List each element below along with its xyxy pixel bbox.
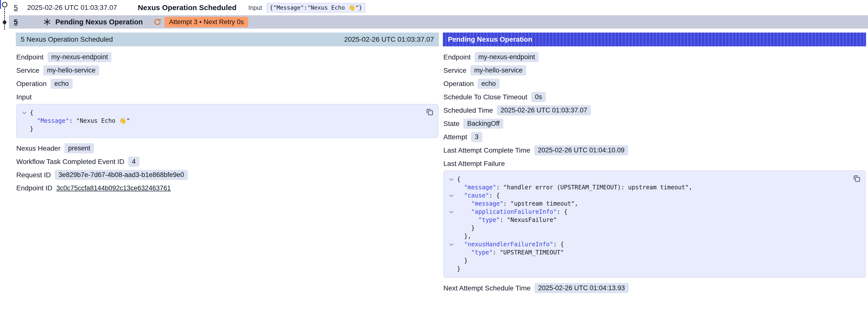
field-workflow-task-completed-event-id: Workflow Task Completed Event ID4 [16, 157, 438, 167]
input-section-label: Input [16, 93, 438, 101]
code-gutter-spacer [445, 184, 457, 192]
code-text: } [457, 257, 468, 265]
copy-icon[interactable] [425, 108, 434, 116]
collapse-chevron-icon[interactable] [445, 192, 457, 200]
collapse-chevron-icon[interactable] [445, 175, 457, 184]
field-label: Operation [16, 80, 46, 88]
field-label: State [443, 120, 459, 128]
field-state: StateBackingOff [443, 119, 866, 129]
collapse-chevron-icon[interactable] [19, 109, 30, 117]
code-line: "message": "handler error (UPSTREAM_TIME… [445, 184, 845, 192]
pending-operation-row[interactable]: 5 Pending Nexus Operation Attempt 3 • Ne… [9, 15, 868, 29]
code-line: }, [445, 232, 845, 240]
field-label: Attempt [443, 133, 467, 141]
code-text: "message": "handler error (UPSTREAM_TIME… [457, 184, 692, 192]
field-value-badge: present [64, 143, 94, 153]
scheduled-panel-title: 5 Nexus Operation Scheduled [21, 35, 113, 43]
field-label: Next Attempt Schedule Time [443, 284, 530, 292]
code-gutter-spacer [445, 224, 457, 232]
field-endpoint: Endpointmy-nexus-endpoint [16, 52, 438, 62]
code-line: } [19, 125, 418, 133]
field-attempt: Attempt3 [443, 132, 866, 142]
event-summary-row[interactable]: 5 2025-02-26 UTC 01:03:37.07 Nexus Opera… [0, 0, 868, 15]
field-schedule-to-close-timeout: Schedule To Close Timeout0s [443, 92, 866, 102]
retry-icon [154, 18, 161, 26]
pending-panel-body: Endpointmy-nexus-endpointServicemy-hello… [443, 46, 866, 299]
code-text: "applicationFailureInfo": { [457, 208, 567, 216]
timeline-accent-bar [0, 0, 1, 9]
code-gutter-spacer [19, 117, 30, 125]
field-label: Endpoint [443, 53, 471, 61]
code-line: "Message": "Nexus Echo 👋" [19, 117, 418, 125]
code-line: "nexusHandlerFailureInfo": { [445, 240, 845, 249]
field-service: Servicemy-hello-service [443, 65, 866, 75]
collapse-chevron-icon[interactable] [445, 240, 457, 249]
code-line: "type": "UPSTREAM_TIMEOUT" [445, 249, 845, 257]
pending-fields-top: Endpointmy-nexus-endpointServicemy-hello… [443, 52, 866, 155]
scheduled-event-panel: 5 Nexus Operation Scheduled 2025-02-26 U… [16, 33, 439, 199]
input-label: Input [248, 4, 262, 11]
field-nexus-header: Nexus Headerpresent [16, 143, 438, 153]
timeline-connector-line [4, 8, 5, 30]
scheduled-panel-header[interactable]: 5 Nexus Operation Scheduled 2025-02-26 U… [16, 33, 439, 46]
code-text: "type": "UPSTREAM_TIMEOUT" [457, 249, 564, 257]
code-line: "applicationFailureInfo": { [445, 208, 845, 216]
field-operation: Operationecho [443, 79, 866, 89]
code-line: "cause": { [445, 192, 845, 200]
field-label: Service [443, 67, 466, 74]
field-value-badge: 3e829b7e-7d67-4b08-aad3-b1e868bfe9e0 [55, 170, 188, 180]
code-line: } [445, 257, 845, 265]
retry-attempt-badge: Attempt 3 • Next Retry 0s [164, 17, 248, 27]
field-label: Request ID [16, 171, 51, 179]
field-value-badge: my-hello-service [43, 65, 99, 75]
scheduled-fields-bottom: Nexus HeaderpresentWorkflow Task Complet… [16, 143, 438, 193]
code-gutter-spacer [445, 216, 457, 224]
code-text: } [30, 125, 33, 133]
field-value-badge: my-nexus-endpoint [475, 52, 539, 62]
scheduled-panel-body: Endpointmy-nexus-endpointServicemy-hello… [16, 46, 439, 199]
code-line: } [445, 265, 845, 273]
code-line: "type": "NexusFailure" [445, 216, 845, 224]
code-text: "Message": "Nexus Echo 👋" [30, 117, 130, 125]
collapse-chevron-icon[interactable] [445, 208, 457, 216]
field-value-badge: my-hello-service [470, 65, 526, 75]
code-line: "message": "upstream timeout", [445, 200, 845, 208]
code-text: "nexusHandlerFailureInfo": { [457, 240, 564, 249]
field-label: Workflow Task Completed Event ID [16, 158, 124, 166]
pending-panel-title: Pending Nexus Operation [448, 35, 532, 43]
field-value-badge: 2025-02-26 UTC 01:04:10.09 [534, 145, 628, 155]
input-preview-chip[interactable]: {"Message":"Nexus Echo 👋"} [267, 3, 365, 12]
code-gutter-spacer [19, 125, 30, 133]
code-gutter-spacer [445, 257, 457, 265]
field-operation: Operationecho [16, 79, 438, 89]
field-next-attempt-schedule-time: Next Attempt Schedule Time2025-02-26 UTC… [443, 283, 866, 293]
field-label: Scheduled Time [443, 106, 493, 115]
failure-code-block: { "message": "handler error (UPSTREAM_TI… [443, 171, 866, 278]
copy-icon[interactable] [852, 174, 861, 183]
scheduled-panel-timestamp: 2025-02-26 UTC 01:03:37.07 [344, 35, 434, 43]
code-text: } [457, 224, 475, 232]
field-value-link[interactable]: 3c0c75ccfa8144b092c13ce632463761 [56, 185, 171, 192]
field-label: Service [16, 67, 39, 74]
pending-operation-panel: Pending Nexus Operation Endpointmy-nexus… [443, 33, 866, 299]
pending-title: Pending Nexus Operation [55, 18, 143, 26]
code-text: { [30, 109, 33, 117]
failure-json-viewer: { "message": "handler error (UPSTREAM_TI… [445, 175, 845, 273]
pending-event-id-link[interactable]: 5 [14, 18, 18, 26]
field-value-badge: 2025-02-26 UTC 01:03:37.07 [497, 105, 591, 116]
field-value-badge: my-nexus-endpoint [48, 52, 112, 62]
field-endpoint: Endpointmy-nexus-endpoint [443, 52, 866, 62]
timeline-node-circle-icon [2, 2, 7, 7]
code-text: }, [457, 232, 471, 240]
field-value-badge: 2025-02-26 UTC 01:04:13.93 [534, 283, 628, 293]
pending-fields-bottom: Next Attempt Schedule Time2025-02-26 UTC… [443, 283, 866, 293]
field-scheduled-time: Scheduled Time2025-02-26 UTC 01:03:37.07 [443, 105, 866, 116]
field-label: Nexus Header [16, 144, 60, 152]
event-title: Nexus Operation Scheduled [138, 3, 236, 12]
field-endpoint-id: Endpoint ID3c0c75ccfa8144b092c13ce632463… [16, 183, 438, 193]
event-id-link[interactable]: 5 [14, 4, 18, 12]
field-last-attempt-complete-time: Last Attempt Complete Time2025-02-26 UTC… [443, 145, 866, 155]
code-line: { [445, 175, 845, 184]
field-label: Schedule To Close Timeout [443, 93, 527, 101]
event-timestamp: 2025-02-26 UTC 01:03:37.07 [27, 4, 117, 11]
